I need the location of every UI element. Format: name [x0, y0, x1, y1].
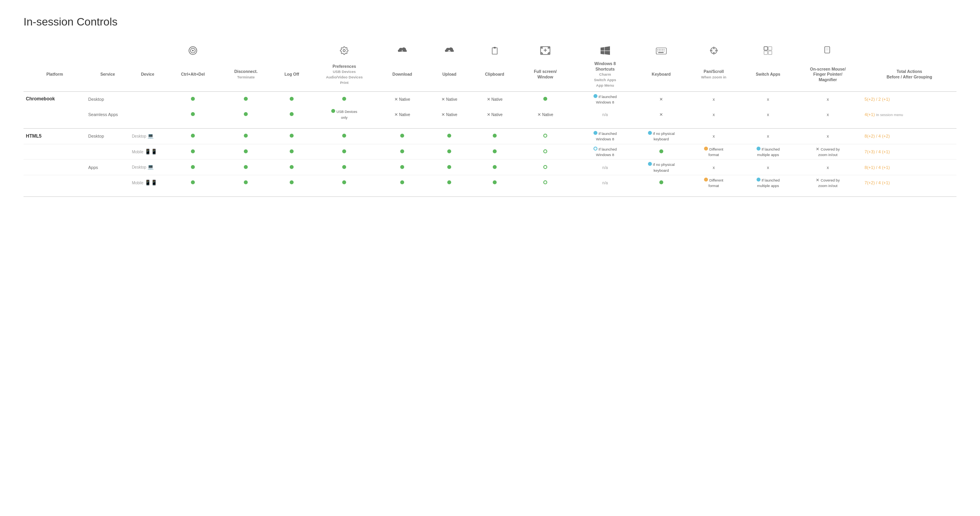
service-desktop-html5: Desktop	[86, 129, 129, 144]
chromebook-desktop-upload: ✕ Native	[428, 91, 471, 107]
preferences-icon	[312, 44, 377, 59]
svg-rect-28	[764, 51, 768, 55]
h5-dd-switchapps: x	[743, 129, 793, 144]
h5-am-total: 7(+2) / 4 (+1)	[862, 175, 956, 190]
device-none	[129, 91, 165, 107]
h5-ad-upload	[428, 160, 471, 175]
h5-dd-keyboard: If no physicalkeyboard	[638, 129, 685, 144]
final-divider	[24, 191, 956, 197]
h5-dm-onscreen: ✕ Covered byzoom in/out	[793, 144, 862, 160]
chromebook-desktop-clipboard: ✕ Native	[471, 91, 518, 107]
ctrl-alt-del-icon	[166, 44, 220, 59]
logoff-icon	[272, 44, 312, 59]
h5-dm-keyboard	[638, 144, 685, 160]
h5-dd-onscreen: x	[793, 129, 862, 144]
h5-am-onscreen: ✕ Covered byzoom in/out	[793, 175, 862, 190]
col-onscreen: On-screen Mouse/Finger Pointer/Magnifier	[793, 59, 862, 90]
h5-dd-logoff	[272, 129, 312, 144]
html5-apps-desktop-row: Apps Desktop 💻 n/a If no physicalkeyboar…	[24, 160, 956, 175]
html5-desktop-desktop-row: HTML5 Desktop Desktop 💻 If launchedWindo…	[24, 129, 956, 144]
device-apps-desktop: Desktop 💻	[129, 160, 165, 175]
h5-dd-win8: If launchedWindows 8	[572, 129, 637, 144]
h5-dd-fullscreen	[518, 129, 573, 144]
chromebook-desktop-download: ✕ Native	[377, 91, 427, 107]
col-upload: Upload	[428, 59, 471, 90]
h5-am-switchapps: If launchedmultiple apps	[743, 175, 793, 190]
h5-ad-download	[377, 160, 427, 175]
column-header-row: Platform Service Device Ctrl+Alt+Del Dis…	[24, 59, 956, 90]
h5-ad-onscreen: x	[793, 160, 862, 175]
device-mobile-html5: Mobile 📱📱	[129, 144, 165, 160]
col-fullscreen: Full screen/Window	[518, 59, 573, 90]
seamless-prefs: USB Devicesonly	[312, 107, 377, 122]
col-preferences: PreferencesUSB DevicesAudio/Video Device…	[312, 59, 377, 90]
h5-dm-win8: If launchedWindows 8	[572, 144, 637, 160]
h5-dm-switchapps: If launchedmultiple apps	[743, 144, 793, 160]
h5-am-keyboard	[638, 175, 685, 190]
icon-header-row	[24, 44, 956, 59]
chromebook-desktop-fullscreen	[518, 91, 573, 107]
h5-dd-total: 8(+2) / 4 (+2)	[862, 129, 956, 144]
seamless-switchapps: x	[743, 107, 793, 122]
chromebook-desktop-prefs	[312, 91, 377, 107]
h5-ad-fullscreen	[518, 160, 573, 175]
seamless-panscroll: x	[685, 107, 743, 122]
svg-rect-5	[494, 47, 496, 49]
h5-dm-total: 7(+3) / 4 (+1)	[862, 144, 956, 160]
page-title: In-session Controls	[24, 16, 956, 28]
h5-ad-win8: n/a	[572, 160, 637, 175]
clipboard-icon	[471, 44, 518, 59]
col-download: Download	[377, 59, 427, 90]
service-desktop: Desktop	[86, 91, 129, 107]
svg-rect-27	[768, 47, 772, 50]
service-seamless: Seamless Apps	[86, 107, 129, 122]
h5-am-download	[377, 175, 427, 190]
col-total: Total ActionsBefore / After Grouping	[862, 59, 956, 90]
seamless-clipboard: ✕ Native	[471, 107, 518, 122]
chromebook-desktop-disconnect	[220, 91, 272, 107]
fullscreen-icon	[518, 44, 573, 59]
seamless-keyboard: ✕	[638, 107, 685, 122]
col-device: Device	[129, 59, 165, 90]
windows8-icon	[572, 44, 637, 59]
h5-dd-panscroll: x	[685, 129, 743, 144]
chromebook-desktop-panscroll: x	[685, 91, 743, 107]
switchapps-icon	[743, 44, 793, 59]
h5-dd-disconnect	[220, 129, 272, 144]
h5-am-clipboard	[471, 175, 518, 190]
html5-desktop-mobile-row: Mobile 📱📱 If launchedWindows 8 Different…	[24, 144, 956, 160]
h5-ad-logoff	[272, 160, 312, 175]
empty-p3	[24, 160, 86, 175]
empty-s2	[86, 144, 129, 160]
svg-rect-29	[768, 51, 772, 55]
col-panscroll: Pan/ScrollWhen zoom in	[685, 59, 743, 90]
h5-dm-upload	[428, 144, 471, 160]
onscreen-icon	[793, 44, 862, 59]
col-keyboard: Keyboard	[638, 59, 685, 90]
h5-am-fullscreen	[518, 175, 573, 190]
col-win8: Windows 8ShortcutsCharmSwitch AppsApp Me…	[572, 59, 637, 90]
h5-ad-clipboard	[471, 160, 518, 175]
chromebook-desktop-total: 5(+2) / 2 (+1)	[862, 91, 956, 107]
h5-dd-ctrl	[166, 129, 220, 144]
h5-dm-clipboard	[471, 144, 518, 160]
h5-ad-switchapps: x	[743, 160, 793, 175]
empty-p4	[24, 175, 86, 190]
chromebook-desktop-row: Chromebook Desktop ✕ Native ✕ Native ✕ N…	[24, 91, 956, 107]
upload-icon	[428, 44, 471, 59]
h5-dm-ctrl	[166, 144, 220, 160]
seamless-win8: n/a	[572, 107, 637, 122]
col-switchapps: Switch Apps	[743, 59, 793, 90]
keyboard-icon	[638, 44, 685, 59]
col-disconnect: Disconnect.Terminate	[220, 59, 272, 90]
download-icon	[377, 44, 427, 59]
html5-apps-mobile-row: Mobile 📱📱 n/a Differentformat If launche…	[24, 175, 956, 190]
h5-dm-disconnect	[220, 144, 272, 160]
h5-dm-panscroll: Differentformat	[685, 144, 743, 160]
h5-dd-prefs	[312, 129, 377, 144]
h5-dd-clipboard	[471, 129, 518, 144]
h5-am-ctrl	[166, 175, 220, 190]
h5-am-upload	[428, 175, 471, 190]
platform-html5: HTML5	[24, 129, 86, 144]
h5-dm-logoff	[272, 144, 312, 160]
